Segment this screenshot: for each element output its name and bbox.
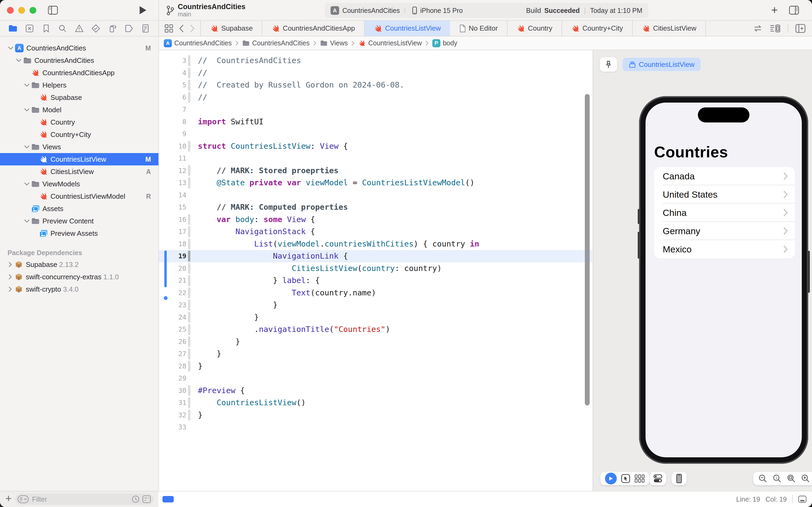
zoom-100-button[interactable]: 1	[772, 474, 781, 483]
line-number[interactable]: 32	[159, 409, 188, 421]
code-line-31[interactable]: 31 CountriesListView()	[159, 397, 592, 409]
code-text[interactable]: }	[190, 299, 278, 311]
line-number[interactable]: 20	[159, 262, 188, 275]
sidebar-item-assets[interactable]: Assets	[0, 203, 159, 215]
find-navigator-icon[interactable]	[58, 23, 67, 33]
disclosure-chevron-icon[interactable]	[6, 274, 14, 280]
scheme-target[interactable]: CountriesAndCities	[342, 7, 400, 14]
line-number[interactable]: 14	[159, 189, 188, 202]
code-text[interactable]	[190, 128, 198, 140]
line-number[interactable]: 15	[159, 201, 188, 214]
line-number[interactable]: 3	[159, 55, 188, 67]
code-text[interactable]: // CountriesAndCities	[190, 55, 301, 67]
project-navigator-icon[interactable]	[8, 23, 18, 33]
minimize-window-button[interactable]	[18, 7, 25, 14]
code-text[interactable]: }	[190, 311, 259, 324]
scheme-selector[interactable]: A CountriesAndCities 〉 iPhone 15 Pro Bui…	[325, 3, 648, 18]
line-number[interactable]: 31	[159, 397, 188, 409]
editor-tab-country-city[interactable]: Country+City	[562, 21, 633, 36]
inspector-sidebar-toggle-icon[interactable]	[789, 6, 799, 15]
preview-device-button[interactable]	[672, 472, 687, 485]
code-line-15[interactable]: 15 // MARK: Computed properties	[159, 201, 592, 214]
code-text[interactable]	[190, 189, 198, 202]
code-line-29[interactable]: 29	[159, 372, 592, 385]
breadcrumb-countriesandcities[interactable]: ACountriesAndCities	[164, 39, 232, 47]
code-line-6[interactable]: 6//	[159, 91, 592, 104]
code-line-22[interactable]: 22 Text(country.name)	[159, 287, 592, 299]
code-text[interactable]	[190, 152, 198, 165]
code-line-9[interactable]: 9	[159, 128, 592, 140]
filter-input[interactable]	[32, 495, 129, 504]
sidebar-item-views[interactable]: Views	[0, 141, 159, 153]
code-line-18[interactable]: 18 List(viewModel.countriesWithCities) {…	[159, 238, 592, 250]
line-number[interactable]: 25	[159, 323, 188, 336]
code-text[interactable]	[190, 103, 198, 116]
reports-navigator-icon[interactable]	[141, 23, 151, 33]
code-text[interactable]: }	[190, 360, 202, 373]
code-line-27[interactable]: 27 }	[159, 348, 592, 360]
code-text[interactable]: .navigationTitle("Countries")	[190, 323, 390, 336]
code-line-17[interactable]: 17 NavigationStack {	[159, 226, 592, 238]
preview-selectable-button[interactable]	[621, 474, 631, 484]
line-number[interactable]: 7	[159, 103, 188, 116]
add-file-button[interactable]: +	[0, 493, 15, 506]
zoom-fit-button[interactable]	[787, 474, 796, 483]
zoom-out-button[interactable]	[758, 474, 767, 483]
line-number[interactable]: 29	[159, 372, 188, 385]
code-text[interactable]: NavigationStack {	[190, 226, 315, 238]
tests-navigator-icon[interactable]	[91, 23, 101, 33]
code-line-5[interactable]: 5// Created by Russell Gordon on 2024-06…	[159, 79, 592, 91]
line-number[interactable]: 13	[159, 177, 188, 189]
code-text[interactable]: NavigationLink {	[190, 250, 348, 262]
line-number[interactable]: 19	[159, 250, 188, 262]
line-number[interactable]: 33	[159, 421, 188, 434]
breadcrumb-countriesandcities[interactable]: CountriesAndCities	[242, 39, 309, 47]
source-editor[interactable]: 3// CountriesAndCities4//5// Created by …	[159, 50, 592, 491]
sidebar-item-countriesandcitiesapp[interactable]: CountriesAndCitiesApp	[0, 67, 159, 79]
code-text[interactable]: #Preview {	[190, 385, 245, 397]
sidebar-item-supabase[interactable]: Supabase	[0, 91, 159, 104]
code-text[interactable]: @State private var viewModel = Countries…	[190, 177, 474, 189]
run-button[interactable]	[138, 5, 147, 15]
disclosure-chevron-icon[interactable]	[23, 83, 31, 87]
preview-target-chip[interactable]: CountriesListView	[623, 58, 701, 71]
code-line-28[interactable]: 28}	[159, 360, 592, 373]
code-line-21[interactable]: 21 } label: {	[159, 274, 592, 287]
editor-tab-supabase[interactable]: Supabase	[201, 21, 263, 36]
disclosure-chevron-icon[interactable]	[23, 182, 31, 186]
sidebar-item-citieslistview[interactable]: CitiesListViewA	[0, 165, 159, 178]
country-row-canada[interactable]: Canada	[654, 167, 795, 185]
scm-status-filter-icon[interactable]	[142, 495, 151, 503]
code-text[interactable]: }	[190, 409, 202, 421]
code-line-7[interactable]: 7	[159, 103, 592, 116]
sidebar-item-countriesandcities[interactable]: CountriesAndCities	[0, 54, 159, 67]
line-number[interactable]: 23	[159, 299, 188, 311]
country-row-united-states[interactable]: United States	[654, 185, 795, 204]
zoom-in-button[interactable]	[801, 474, 810, 483]
bookmarks-navigator-icon[interactable]	[41, 23, 51, 33]
code-line-16[interactable]: 16 var body: some View {	[159, 214, 592, 226]
package-item-swift-crypto[interactable]: swift-crypto 3.4.0	[0, 283, 159, 295]
line-number[interactable]: 17	[159, 226, 188, 238]
line-number[interactable]: 11	[159, 152, 188, 165]
line-number[interactable]: 18	[159, 238, 188, 250]
line-number[interactable]: 4	[159, 67, 188, 79]
code-line-12[interactable]: 12 // MARK: Stored proeprties	[159, 165, 592, 177]
preview-screen[interactable]: Countries CanadaUnited StatesChinaGerman…	[645, 103, 802, 457]
code-text[interactable]: import SwiftUI	[190, 116, 264, 128]
sidebar-item-preview-assets[interactable]: Preview Assets	[0, 227, 159, 239]
package-item-swift-concurrency-extras[interactable]: swift-concurrency-extras 1.1.0	[0, 271, 159, 283]
editor-scrollbar[interactable]	[585, 94, 590, 405]
package-item-supabase[interactable]: Supabase 2.13.2	[0, 258, 159, 271]
code-line-8[interactable]: 8import SwiftUI	[159, 116, 592, 128]
issues-navigator-icon[interactable]	[74, 23, 84, 33]
sidebar-item-model[interactable]: Model	[0, 104, 159, 116]
country-row-china[interactable]: China	[654, 204, 795, 222]
sidebar-item-country-city[interactable]: Country+City	[0, 128, 159, 141]
disclosure-chevron-icon[interactable]	[23, 108, 31, 112]
editor-tab-country[interactable]: Country	[508, 21, 562, 36]
code-text[interactable]: //	[190, 91, 207, 104]
code-text[interactable]: // Created by Russell Gordon on 2024-06-…	[190, 79, 404, 91]
code-text[interactable]: CitiesListView(country: country)	[190, 262, 442, 275]
editor-bottom-bar-toggle-icon[interactable]	[798, 496, 807, 503]
